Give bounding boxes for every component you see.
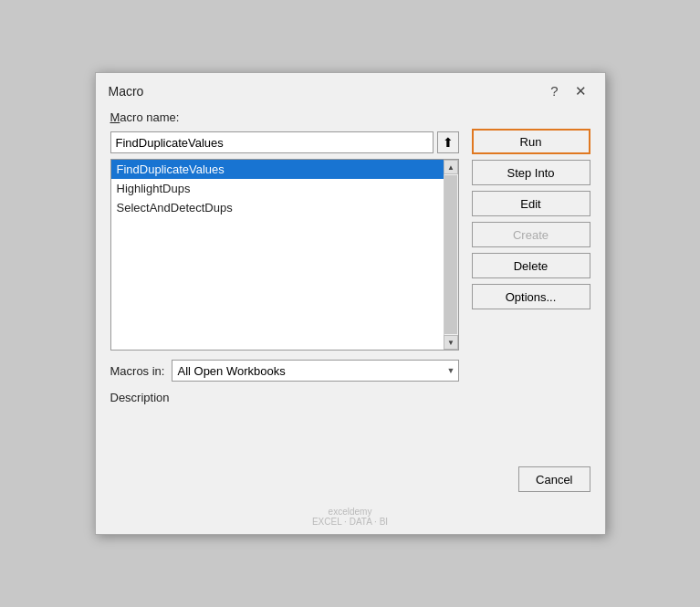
run-button[interactable]: Run	[472, 129, 590, 154]
macros-in-row: Macros in: All Open Workbooks This Workb…	[110, 360, 459, 382]
watermark-line1: exceldemy	[96, 507, 605, 517]
cancel-button[interactable]: Cancel	[518, 466, 590, 492]
scroll-thumb[interactable]	[444, 175, 457, 334]
dialog-title: Macro	[109, 84, 144, 99]
upload-icon: ⬆	[443, 135, 454, 150]
macro-dialog: Macro ? ✕ Macro name: ⬆ FindDup	[95, 72, 606, 535]
list-item[interactable]: HighlightDups	[111, 179, 444, 198]
macros-in-select-wrapper: All Open Workbooks This Workbook ▼	[172, 360, 458, 382]
description-label: Description	[110, 391, 459, 404]
create-button[interactable]: Create	[472, 222, 590, 247]
options-button[interactable]: Options...	[472, 284, 590, 309]
macro-name-row: ⬆	[110, 131, 459, 153]
edit-button[interactable]: Edit	[472, 191, 590, 216]
macro-name-label: Macro name:	[110, 110, 459, 124]
step-into-button[interactable]: Step Into	[472, 160, 590, 185]
bottom-row: Cancel	[96, 459, 605, 503]
scroll-down-arrow[interactable]: ▼	[444, 335, 458, 350]
macro-name-label-text: acro name:	[120, 110, 179, 124]
upload-button[interactable]: ⬆	[437, 131, 459, 153]
help-button[interactable]: ?	[545, 82, 563, 99]
watermark-line2: EXCEL · DATA · BI	[96, 517, 605, 527]
left-panel: Macro name: ⬆ FindDuplicateValues Highli…	[110, 110, 459, 446]
macro-list-container: FindDuplicateValues HighlightDups Select…	[110, 159, 459, 351]
close-button[interactable]: ✕	[569, 82, 592, 99]
dialog-body: Macro name: ⬆ FindDuplicateValues Highli…	[96, 105, 605, 459]
macros-in-select[interactable]: All Open Workbooks This Workbook	[172, 360, 458, 382]
description-area	[110, 410, 459, 446]
title-bar: Macro ? ✕	[96, 73, 605, 105]
watermark: exceldemy EXCEL · DATA · BI	[96, 503, 605, 534]
macro-name-input[interactable]	[110, 131, 434, 153]
title-bar-controls: ? ✕	[545, 82, 591, 99]
macros-in-label: Macros in:	[110, 364, 165, 378]
right-panel: Run Step Into Edit Create Delete Options…	[472, 110, 590, 446]
list-item[interactable]: FindDuplicateValues	[111, 160, 444, 179]
delete-button[interactable]: Delete	[472, 253, 590, 278]
scrollbar[interactable]: ▲ ▼	[444, 160, 458, 350]
dialog-title-text: Macro	[109, 84, 144, 99]
list-item[interactable]: SelectAndDetectDups	[111, 198, 444, 217]
macro-list: FindDuplicateValues HighlightDups Select…	[111, 160, 458, 350]
scroll-up-arrow[interactable]: ▲	[444, 160, 458, 174]
